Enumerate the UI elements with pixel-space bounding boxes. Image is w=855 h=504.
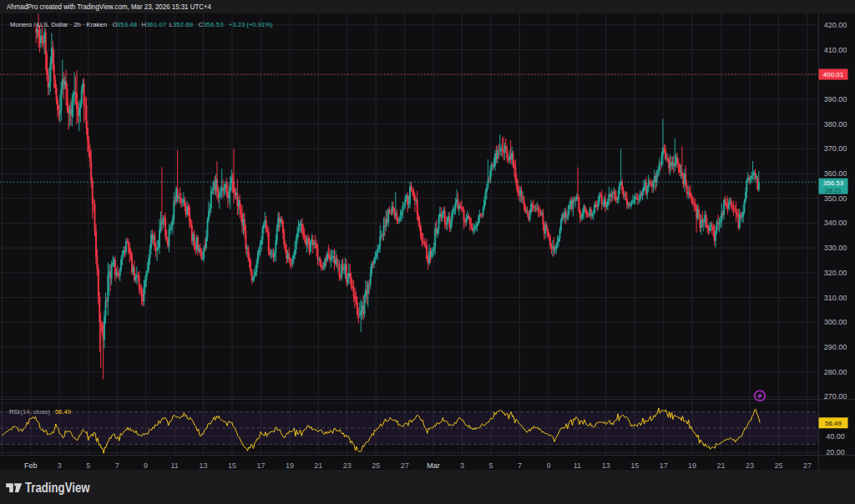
svg-text:17: 17 <box>256 461 265 470</box>
svg-text:270.00: 270.00 <box>824 392 847 401</box>
svg-text:330.00: 330.00 <box>824 244 847 252</box>
svg-text:27: 27 <box>803 461 812 470</box>
svg-text:280.00: 280.00 <box>824 368 847 376</box>
svg-text:353.48: 353.48 <box>117 21 137 28</box>
svg-text:361.07: 361.07 <box>146 21 166 28</box>
svg-text:300.00: 300.00 <box>824 318 847 326</box>
svg-text:28:21: 28:21 <box>825 187 842 194</box>
svg-text:H: H <box>142 21 146 28</box>
svg-text:25: 25 <box>372 461 380 470</box>
svg-text:13: 13 <box>602 461 610 470</box>
svg-text:+3.23 (+0.91%): +3.23 (+0.91%) <box>229 21 273 28</box>
svg-text:15: 15 <box>630 461 639 470</box>
svg-text:11: 11 <box>170 461 178 470</box>
svg-text:AhmadPro created with TradingV: AhmadPro created with TradingView.com, M… <box>7 3 211 11</box>
svg-text:350.00: 350.00 <box>824 194 847 203</box>
svg-text:7: 7 <box>115 461 119 470</box>
svg-text:410.00: 410.00 <box>824 46 847 54</box>
svg-text:380.00: 380.00 <box>824 120 847 129</box>
svg-text:21: 21 <box>717 461 726 470</box>
svg-text:19: 19 <box>286 461 294 470</box>
svg-text:7: 7 <box>518 461 522 470</box>
svg-text:Feb: Feb <box>24 461 38 470</box>
svg-text:400.01: 400.01 <box>823 71 844 78</box>
svg-text:(14, close): (14, close) <box>21 408 51 416</box>
svg-text:420.00: 420.00 <box>824 21 847 29</box>
svg-text:356.53: 356.53 <box>203 21 223 28</box>
svg-text:TradingView: TradingView <box>25 481 90 495</box>
svg-text:23: 23 <box>343 461 352 470</box>
svg-text:9: 9 <box>546 461 550 470</box>
svg-text:19: 19 <box>688 461 696 470</box>
svg-text:56.49: 56.49 <box>55 408 71 416</box>
svg-text:11: 11 <box>574 461 581 470</box>
svg-text:25: 25 <box>774 461 782 470</box>
svg-text:40.00: 40.00 <box>826 432 845 441</box>
svg-text:RSI: RSI <box>9 408 20 416</box>
svg-text:20.00: 20.00 <box>826 448 845 456</box>
svg-text:9: 9 <box>144 461 148 470</box>
svg-text:3: 3 <box>58 461 62 470</box>
svg-text:352.69: 352.69 <box>173 21 193 28</box>
svg-text:Mar: Mar <box>427 461 440 470</box>
svg-text:290.00: 290.00 <box>824 343 847 351</box>
svg-text:390.00: 390.00 <box>824 95 847 103</box>
svg-text:56.49: 56.49 <box>825 420 842 427</box>
svg-text:23: 23 <box>746 461 754 470</box>
svg-text:320.00: 320.00 <box>824 269 847 277</box>
svg-text:340.00: 340.00 <box>824 219 847 227</box>
svg-text:21: 21 <box>314 461 322 470</box>
svg-text:3: 3 <box>460 461 464 470</box>
svg-text:360.00: 360.00 <box>824 169 847 178</box>
svg-text:27: 27 <box>401 461 409 470</box>
svg-text:5: 5 <box>86 461 90 470</box>
svg-text:310.00: 310.00 <box>824 294 847 302</box>
svg-text:17: 17 <box>660 461 668 470</box>
svg-text:Monero / U.S. Dollar · 2h · Kr: Monero / U.S. Dollar · 2h · Kraken <box>10 21 107 28</box>
svg-text:13: 13 <box>199 461 207 470</box>
svg-text:370.00: 370.00 <box>824 144 847 153</box>
svg-text:5: 5 <box>488 461 493 470</box>
svg-text:15: 15 <box>228 461 236 470</box>
